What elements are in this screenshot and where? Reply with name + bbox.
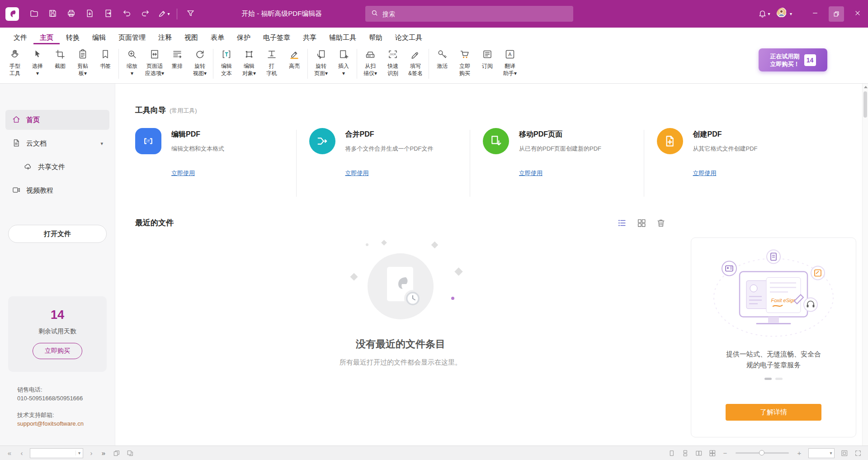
tool-card-move-pages[interactable]: 移动PDF页面 从已有的PDF页面创建新的PDF 立即使用: [483, 128, 640, 197]
sidebar-item-cloud-docs[interactable]: 云文档 ▾: [5, 133, 109, 153]
ribbon-tool-edit-text[interactable]: 编辑 文本: [215, 48, 238, 77]
continuous-facing-view-icon[interactable]: [707, 448, 718, 458]
use-now-link[interactable]: 立即使用: [519, 169, 542, 177]
ribbon-tool-translate-assistant[interactable]: A 翻译 助手▾: [499, 48, 521, 77]
menu-item-view[interactable]: 视图: [178, 30, 204, 44]
ribbon-tool-reflow[interactable]: 重排: [166, 48, 189, 70]
scrollbar-thumb[interactable]: [863, 91, 867, 118]
zoom-slider-thumb[interactable]: [759, 450, 764, 455]
open-file-button[interactable]: 打开文件: [8, 225, 107, 243]
ribbon-tool-typewriter[interactable]: 打 字机: [260, 48, 283, 77]
trial-badge[interactable]: 正在试用期 立即购买！ 14: [759, 48, 827, 71]
ribbon-tool-bookmark[interactable]: 书签: [94, 48, 117, 70]
fit-page-view-icon[interactable]: [839, 448, 850, 458]
sign-tool-button[interactable]: ▾: [156, 5, 172, 23]
zoom-in-button[interactable]: +: [794, 448, 804, 458]
chevron-down-icon[interactable]: ▾: [100, 141, 103, 147]
ribbon-tool-activate[interactable]: 激活: [431, 48, 453, 70]
use-now-link[interactable]: 立即使用: [693, 169, 717, 177]
page-number-input[interactable]: [30, 449, 75, 458]
chevron-down-icon[interactable]: ▾: [75, 451, 83, 455]
menu-item-home[interactable]: 主页: [33, 30, 60, 44]
facing-view-icon[interactable]: [693, 448, 704, 458]
ribbon-tool-highlight[interactable]: 高亮: [283, 48, 306, 70]
menu-item-share[interactable]: 共享: [297, 30, 323, 44]
sidebar-item-home[interactable]: 首页: [5, 110, 109, 130]
ribbon-tool-quick-ocr[interactable]: OCR 快速 识别: [382, 48, 404, 77]
share-document-button[interactable]: [100, 5, 116, 23]
prev-page-button[interactable]: ‹: [17, 448, 27, 458]
ribbon-tool-hand[interactable]: 手型 工具: [4, 48, 26, 77]
notifications-button[interactable]: ▾: [756, 5, 772, 23]
continuous-view-icon[interactable]: [679, 448, 691, 458]
menu-item-page-organize[interactable]: 页面管理: [112, 30, 152, 44]
use-now-link[interactable]: 立即使用: [345, 169, 369, 177]
zoom-level-input[interactable]: [809, 449, 828, 458]
ribbon-tool-select[interactable]: 选择 ▾: [26, 48, 49, 77]
print-button[interactable]: [63, 5, 79, 23]
buy-now-button[interactable]: 立即购买: [33, 343, 82, 359]
ribbon-tool-subscribe[interactable]: 订阅: [476, 48, 499, 70]
menu-item-file[interactable]: 文件: [7, 30, 33, 44]
zoom-slider[interactable]: [736, 452, 789, 454]
account-button[interactable]: ▾: [772, 5, 797, 23]
export-document-button[interactable]: [81, 5, 98, 23]
redo-button[interactable]: [137, 5, 153, 23]
toolbar-filter-button[interactable]: [182, 5, 198, 23]
carousel-dot[interactable]: [775, 378, 783, 380]
sidebar-item-video-tutorials[interactable]: 视频教程: [5, 180, 109, 200]
menu-item-accessibility[interactable]: 辅助工具: [323, 30, 363, 44]
ribbon-tool-rotate-pages[interactable]: 旋转 页面▾: [310, 48, 332, 77]
grid-view-icon[interactable]: [636, 218, 646, 228]
ribbon-tool-page-fit[interactable]: 页面适 应选项▾: [143, 48, 166, 77]
next-page-button[interactable]: ›: [86, 448, 96, 458]
menu-item-paper-tools[interactable]: 论文工具: [389, 30, 429, 44]
ribbon-tool-fill-sign[interactable]: 填写 &签名: [404, 48, 427, 77]
close-button[interactable]: [847, 0, 868, 28]
ribbon-tool-snapshot[interactable]: 截图: [49, 48, 71, 70]
ribbon-tool-from-scanner[interactable]: 从扫 描仪▾: [359, 48, 382, 77]
ribbon-tool-edit-object[interactable]: 编辑 对象▾: [238, 48, 260, 77]
menu-item-edit[interactable]: 编辑: [86, 30, 112, 44]
ribbon-tool-rotate-view[interactable]: 旋转 视图▾: [189, 48, 211, 77]
menu-item-protect[interactable]: 保护: [231, 30, 257, 44]
minimize-button[interactable]: [804, 0, 826, 28]
first-page-button[interactable]: «: [5, 448, 14, 458]
ribbon-tool-buy-now[interactable]: 立即 购买: [453, 48, 476, 77]
sidebar-item-shared-files[interactable]: 共享文件: [5, 157, 109, 177]
menu-item-form[interactable]: 表单: [204, 30, 231, 44]
single-page-view-icon[interactable]: [666, 448, 677, 458]
chevron-down-icon[interactable]: ▾: [828, 451, 834, 455]
tool-card-merge-pdf[interactable]: 合并PDF 将多个文件合并生成一个PDF文件 立即使用: [309, 128, 467, 197]
list-view-icon[interactable]: [617, 218, 627, 228]
menu-item-help[interactable]: 帮助: [363, 30, 389, 44]
tool-card-edit-pdf[interactable]: iT 编辑PDF 编辑文档和文本格式 立即使用: [135, 128, 292, 197]
tool-card-create-pdf[interactable]: 创建PDF 从其它格式文件创建PDF 立即使用: [657, 128, 814, 197]
trash-icon[interactable]: [656, 218, 666, 228]
open-document-button[interactable]: [26, 5, 42, 23]
save-button[interactable]: [44, 5, 61, 23]
undo-button[interactable]: [118, 5, 135, 23]
zoom-out-button[interactable]: −: [720, 448, 730, 458]
rotate-view-icon: [194, 48, 205, 61]
search-box[interactable]: [365, 6, 573, 22]
menu-item-comment[interactable]: 注释: [152, 30, 178, 44]
menu-item-esign[interactable]: 电子签章: [257, 30, 297, 44]
page-copy-icon[interactable]: [111, 448, 122, 458]
use-now-link[interactable]: 立即使用: [171, 169, 195, 177]
restore-button[interactable]: [826, 0, 847, 28]
search-input[interactable]: [382, 10, 568, 18]
scroll-up-arrow-icon[interactable]: [864, 86, 868, 88]
page-duplicate-icon[interactable]: [124, 448, 136, 458]
ribbon-tool-clipboard[interactable]: 剪贴 板▾: [71, 48, 94, 77]
carousel-dot[interactable]: [764, 378, 772, 380]
ribbon-tool-zoom[interactable]: 缩放 ▾: [121, 48, 143, 77]
learn-more-button[interactable]: 了解详情: [726, 404, 821, 421]
menu-item-convert[interactable]: 转换: [60, 30, 86, 44]
support-email-link[interactable]: support@foxitsoftware.cn: [17, 419, 115, 428]
titlebar-separator: [177, 9, 177, 19]
fullscreen-icon[interactable]: [852, 448, 863, 458]
last-page-button[interactable]: »: [99, 448, 108, 458]
ribbon-tool-insert[interactable]: 插入 ▾: [332, 48, 355, 77]
vertical-scrollbar[interactable]: [862, 84, 868, 446]
